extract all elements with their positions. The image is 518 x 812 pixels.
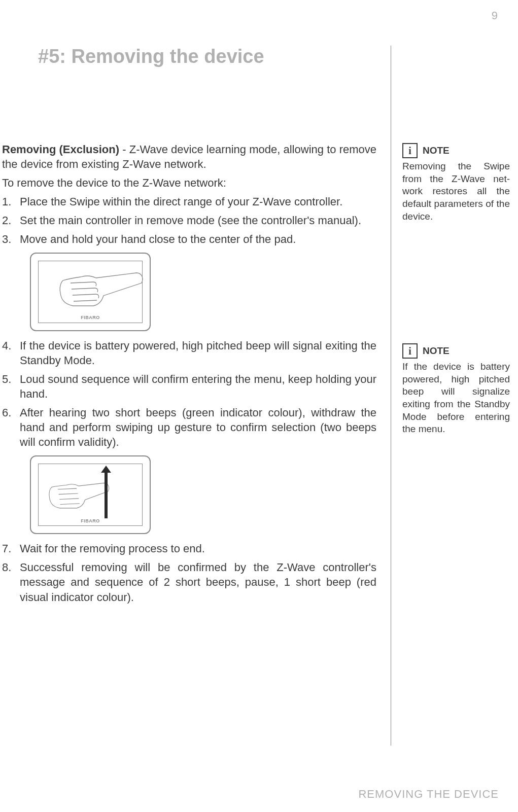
- hand-icon: [45, 258, 147, 319]
- illustration-hand-hold: FIBARO: [30, 253, 151, 331]
- step-7: Wait for the removing process to end.: [2, 541, 376, 556]
- section-heading: #5: Removing the device: [38, 46, 264, 67]
- note-label: NOTE: [423, 345, 450, 357]
- main-content: Removing (Exclusion) - Z-Wave device lea…: [2, 142, 376, 609]
- note-block-2: i NOTE If the device is bat­tery powered…: [402, 343, 510, 436]
- note-text-2: If the device is bat­tery powered, high …: [402, 361, 510, 436]
- step-3: Move and hold your hand close to the cen…: [2, 232, 376, 246]
- illustration-swipe-up: FIBARO: [30, 455, 151, 534]
- sidebar: i NOTE Removing the Swipe from the Z-Wav…: [391, 46, 508, 746]
- intro-bold: Removing (Exclusion): [2, 143, 119, 156]
- info-icon: i: [402, 143, 418, 158]
- note-header: i NOTE: [402, 343, 510, 359]
- illustration-brand-label: FIBARO: [81, 518, 100, 524]
- arrow-up-icon: [99, 463, 113, 523]
- illustration-brand-label: FIBARO: [81, 315, 100, 321]
- subheading: To remove the device to the Z-Wave netwo…: [2, 175, 376, 190]
- note-block-1: i NOTE Removing the Swipe from the Z-Wav…: [402, 143, 510, 223]
- step-4: If the device is battery powered, high p…: [2, 338, 376, 368]
- intro-paragraph: Removing (Exclusion) - Z-Wave device lea…: [2, 142, 376, 171]
- step-1: Place the Swipe within the direct range …: [2, 194, 376, 209]
- steps-list: Place the Swipe within the direct range …: [2, 194, 376, 604]
- page-number: 9: [492, 9, 498, 22]
- step-8: Successful removing will be confirmed by…: [2, 560, 376, 604]
- step-2: Set the main controller in remove mode (…: [2, 213, 376, 228]
- info-icon: i: [402, 343, 418, 359]
- step-5: Loud sound sequence will confirm enterin…: [2, 372, 376, 401]
- note-text-1: Removing the Swipe from the Z-Wave net­w…: [402, 160, 510, 223]
- step-6: After hearing two short beeps (green ind…: [2, 405, 376, 449]
- note-header: i NOTE: [402, 143, 510, 158]
- note-label: NOTE: [423, 145, 450, 156]
- footer-section-title: REMOVING THE DEVICE: [358, 788, 499, 801]
